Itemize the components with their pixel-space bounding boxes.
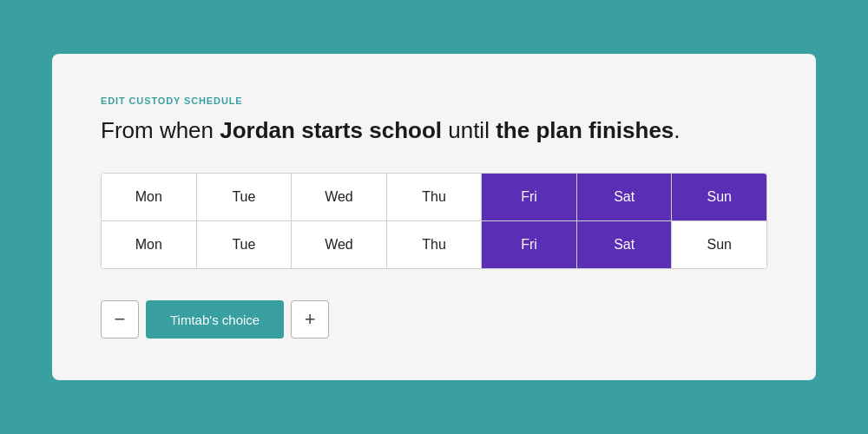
day-cell-r1-tue[interactable]: Tue	[197, 174, 293, 220]
headline-bold: Jordan starts school	[220, 117, 442, 143]
headline: From when Jordan starts school until the…	[101, 116, 767, 146]
choice-button[interactable]: Timtab's choice	[146, 300, 284, 339]
headline-prefix: From when	[101, 117, 220, 143]
day-cell-r1-sun[interactable]: Sun	[672, 174, 766, 220]
day-cell-r1-mon[interactable]: Mon	[102, 174, 197, 220]
edit-label: EDIT CUSTODY SCHEDULE	[101, 95, 767, 106]
day-cell-r1-thu[interactable]: Thu	[387, 174, 483, 220]
day-cell-r2-thu[interactable]: Thu	[387, 221, 483, 268]
schedule-grid: Mon Tue Wed Thu Fri Sat Sun Mon Tue Wed …	[101, 173, 767, 269]
day-cell-r1-wed[interactable]: Wed	[292, 174, 387, 220]
headline-bold2: the plan finishes	[496, 117, 674, 143]
headline-suffix: until	[442, 117, 496, 143]
plus-button[interactable]: +	[291, 300, 329, 339]
day-cell-r2-tue[interactable]: Tue	[197, 221, 293, 268]
controls: − Timtab's choice +	[101, 300, 767, 339]
main-card: EDIT CUSTODY SCHEDULE From when Jordan s…	[52, 54, 816, 381]
day-cell-r2-sat[interactable]: Sat	[577, 221, 673, 268]
day-cell-r2-fri[interactable]: Fri	[482, 221, 577, 268]
day-cell-r2-mon[interactable]: Mon	[102, 221, 197, 268]
day-cell-r1-sat[interactable]: Sat	[577, 174, 673, 220]
schedule-row-1: Mon Tue Wed Thu Fri Sat Sun	[102, 174, 766, 221]
day-cell-r2-wed[interactable]: Wed	[292, 221, 387, 268]
day-cell-r2-sun[interactable]: Sun	[672, 221, 766, 268]
day-cell-r1-fri[interactable]: Fri	[482, 174, 577, 220]
headline-end: .	[674, 117, 680, 143]
minus-button[interactable]: −	[101, 300, 139, 339]
schedule-row-2: Mon Tue Wed Thu Fri Sat Sun	[102, 221, 766, 268]
